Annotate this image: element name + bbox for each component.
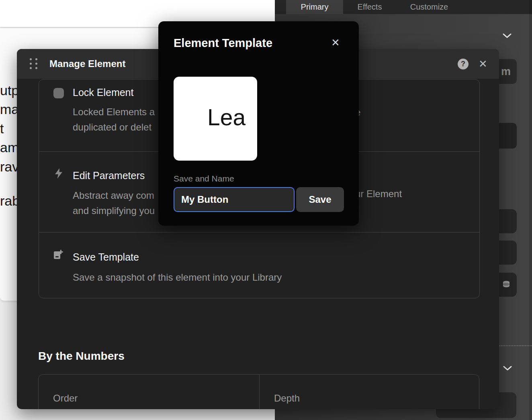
page-text-fragment: t — [0, 121, 4, 136]
row-description: Abstract away com and simplifying you — [73, 188, 155, 218]
modal-title: Element Template — [174, 37, 272, 50]
row-title: Lock Element — [73, 86, 133, 98]
inspector-tab-bar: Primary Effects Customize — [275, 0, 532, 14]
template-name-input[interactable] — [174, 187, 295, 212]
by-the-numbers-heading: By the Numbers — [38, 350, 125, 363]
close-icon[interactable]: ✕ — [479, 59, 487, 69]
help-icon[interactable]: ? — [458, 59, 469, 69]
file-plus-icon — [52, 249, 64, 262]
order-cell[interactable]: Order — [39, 375, 260, 409]
row-title: Save Template — [73, 251, 139, 263]
clipped-text-fragment: ur Element — [355, 186, 402, 202]
save-template-row[interactable]: Save Template Save a snapshot of this el… — [39, 232, 479, 298]
depth-cell[interactable]: Depth — [260, 375, 479, 409]
tab-customize[interactable]: Customize — [402, 0, 456, 14]
panel-title: Manage Element — [49, 49, 125, 79]
preview-text: Lea — [207, 104, 246, 130]
element-preview-thumbnail: Lea — [174, 77, 257, 161]
element-template-modal: Element Template ✕ Preview Lea Save and … — [158, 21, 359, 226]
dotted-divider — [495, 345, 532, 346]
save-button[interactable]: Save — [296, 187, 344, 212]
drag-handle-icon[interactable] — [30, 58, 39, 69]
row-description: Locked Elements a duplicated or delet — [73, 104, 155, 135]
close-icon[interactable]: ✕ — [331, 37, 340, 48]
panel-edge-shade — [529, 0, 532, 420]
tab-primary[interactable]: Primary — [286, 0, 343, 14]
database-icon — [502, 280, 511, 291]
screen: utpa mau t am. ravi rabi Primary Effects… — [0, 0, 532, 420]
row-description: Save a snapshot of this element into you… — [73, 270, 282, 285]
chevron-down-icon[interactable] — [503, 365, 512, 373]
lightning-icon — [53, 168, 64, 181]
row-title: Edit Parameters — [73, 169, 145, 181]
save-and-name-label: Save and Name — [174, 174, 234, 183]
lock-checkbox[interactable] — [53, 88, 64, 98]
chevron-down-icon[interactable] — [502, 33, 512, 40]
numbers-table: Order Depth — [38, 374, 479, 409]
tab-effects[interactable]: Effects — [346, 0, 394, 14]
